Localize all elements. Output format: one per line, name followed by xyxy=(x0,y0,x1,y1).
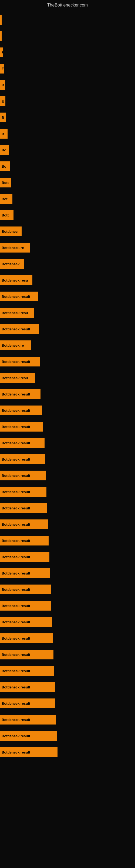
bar-row: Bottleneck result xyxy=(0,695,135,712)
bar-row: Bottleneck result xyxy=(0,418,135,435)
bar-row: Bottlenec xyxy=(0,223,135,240)
bar-item: Bottleneck result xyxy=(0,747,57,757)
site-title: TheBottlenecker.com xyxy=(0,0,135,9)
bar-row: Bottleneck result xyxy=(0,500,135,516)
bar-row: Bottleneck result xyxy=(0,532,135,549)
bar-item: Bottleneck result xyxy=(0,291,38,301)
bar-row: Bott xyxy=(0,207,135,223)
bar-row: B xyxy=(0,109,135,126)
bar-item: Bottleneck resu xyxy=(0,275,32,285)
bar-row: Bottleneck result xyxy=(0,712,135,728)
bar-item: Bottleneck result xyxy=(0,633,53,643)
bar-row: Bottleneck result xyxy=(0,484,135,500)
bar-item: B xyxy=(0,129,8,138)
bar-row: Bottleneck result xyxy=(0,353,135,370)
bar-row: Bottleneck result xyxy=(0,321,135,337)
bar-item xyxy=(0,31,2,41)
bar-item: Bottleneck result xyxy=(0,650,53,659)
bar-item: Bottleneck result xyxy=(0,552,49,562)
bar-row: Bott xyxy=(0,175,135,191)
bar-item: Bottleneck result xyxy=(0,585,51,594)
bar-row: Bottleneck result xyxy=(0,516,135,532)
bar-row: Bottleneck result xyxy=(0,646,135,663)
bar-row: Bottleneck result xyxy=(0,467,135,484)
bar-row: B xyxy=(0,77,135,93)
bar-item: Bottleneck resu xyxy=(0,308,34,318)
bar-item: Bottleneck result xyxy=(0,699,55,708)
bar-item xyxy=(0,15,2,25)
bar-row: Bo xyxy=(0,158,135,175)
bar-row: Bottleneck re xyxy=(0,337,135,353)
bar-item: Bo xyxy=(0,161,10,171)
bar-item: Bo xyxy=(0,145,9,155)
bar-row: Bottleneck result xyxy=(0,435,135,451)
bar-item: Bottleneck result xyxy=(0,422,43,432)
bar-row: Bottleneck re xyxy=(0,240,135,256)
bar-row: Bottleneck result xyxy=(0,630,135,646)
bar-row: Bottleneck result xyxy=(0,597,135,614)
bar-item: Bottleneck result xyxy=(0,520,48,529)
bar-row xyxy=(0,28,135,44)
bar-item: F xyxy=(0,48,3,57)
bar-row: Bottleneck resu xyxy=(0,305,135,321)
bar-row: Bottleneck result xyxy=(0,288,135,305)
bar-row: Bo xyxy=(0,142,135,158)
bar-item: Bottleneck result xyxy=(0,568,50,578)
bar-item: Bottlenec xyxy=(0,226,21,236)
bar-row: F xyxy=(0,61,135,77)
bar-item: Bottleneck result xyxy=(0,536,49,546)
bar-item: Bottleneck result xyxy=(0,503,47,513)
bar-item: Bottleneck resu xyxy=(0,373,35,383)
bar-item: Bottleneck re xyxy=(0,340,31,350)
bar-item: Bottleneck result xyxy=(0,617,52,627)
bar-item: Bottleneck result xyxy=(0,389,41,399)
bar-row: Bottleneck result xyxy=(0,402,135,418)
bar-item: B xyxy=(0,80,5,90)
bar-row: Bottleneck result xyxy=(0,451,135,467)
bar-row: F xyxy=(0,44,135,61)
bar-row xyxy=(0,12,135,28)
bar-row: Bottleneck result xyxy=(0,549,135,565)
bar-item: Bottleneck result xyxy=(0,601,51,611)
bar-row: Bottleneck result xyxy=(0,565,135,581)
bars-container: FFBEBBBoBoBottBotBottBottlenecBottleneck… xyxy=(0,9,135,760)
bar-item: Bottleneck xyxy=(0,259,24,269)
bar-item: Bottleneck result xyxy=(0,405,42,415)
bar-item: Bottleneck result xyxy=(0,731,57,741)
bar-row: Bottleneck resu xyxy=(0,272,135,288)
bar-item: Bottleneck result xyxy=(0,438,45,448)
bar-row: B xyxy=(0,126,135,142)
bar-item: B xyxy=(0,113,6,122)
bar-item: Bottleneck result xyxy=(0,666,54,676)
bar-row: Bottleneck resu xyxy=(0,370,135,386)
bar-item: Bottleneck result xyxy=(0,487,46,497)
bar-item: Bottleneck result xyxy=(0,682,55,692)
bar-item: Bottleneck result xyxy=(0,357,40,367)
bar-row: E xyxy=(0,93,135,109)
bar-row: Bottleneck xyxy=(0,256,135,272)
bar-item: Bottleneck result xyxy=(0,471,46,480)
bar-row: Bottleneck result xyxy=(0,728,135,744)
bar-row: Bot xyxy=(0,191,135,207)
bar-row: Bottleneck result xyxy=(0,663,135,679)
bar-item: Bottleneck re xyxy=(0,243,30,252)
bar-item: Bottleneck result xyxy=(0,324,39,334)
bar-item: Bottleneck result xyxy=(0,715,56,724)
bar-item: Bott xyxy=(0,210,13,220)
bar-row: Bottleneck result xyxy=(0,679,135,695)
bar-row: Bottleneck result xyxy=(0,614,135,630)
bar-item: F xyxy=(0,64,4,73)
bar-item: Bott xyxy=(0,178,11,187)
bar-item: E xyxy=(0,96,5,106)
bar-item: Bot xyxy=(0,194,12,204)
bar-row: Bottleneck result xyxy=(0,581,135,597)
bar-row: Bottleneck result xyxy=(0,744,135,760)
bar-item: Bottleneck result xyxy=(0,454,45,464)
bar-row: Bottleneck result xyxy=(0,386,135,402)
